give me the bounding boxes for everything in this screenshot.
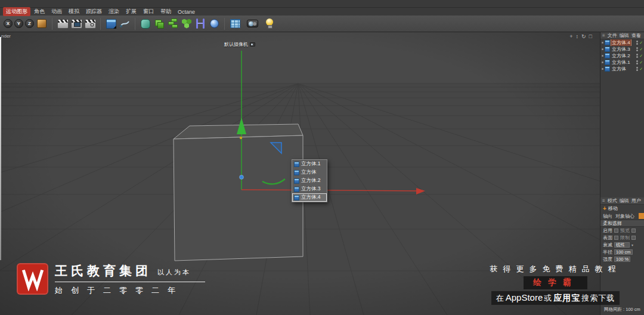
- attr-menu-edit[interactable]: 编辑: [620, 197, 629, 204]
- rotate-view-icon[interactable]: ↻: [581, 33, 586, 39]
- om-menu-edit[interactable]: 编辑: [620, 32, 629, 39]
- y-axis-lock-button[interactable]: Y: [14, 19, 23, 28]
- viewport-edge-highlight: [0, 37, 1, 260]
- promo-post: 搜索下载: [581, 293, 615, 304]
- preview-label: 预览: [620, 227, 630, 234]
- object-row-selected[interactable]: 立方体.4 ✓: [600, 39, 644, 46]
- radius-input[interactable]: 100 cm: [614, 249, 633, 255]
- subdivision-surface-button[interactable]: [140, 18, 151, 30]
- strength-input[interactable]: 100 %: [614, 257, 630, 262]
- menu-simulate[interactable]: 模拟: [66, 7, 82, 16]
- visibility-dots-icon[interactable]: [636, 41, 638, 45]
- render-clapper-icon: [57, 19, 69, 29]
- brand-tagline: 以人为本: [157, 268, 191, 279]
- toolbar-separator: [224, 18, 225, 30]
- dolly-view-icon[interactable]: ↕: [576, 33, 579, 39]
- pen-spline-button[interactable]: [119, 18, 131, 30]
- enabled-check-icon[interactable]: ✓: [639, 47, 643, 51]
- toggle-view-icon[interactable]: □: [589, 33, 592, 39]
- section-title: 柔和选择: [603, 220, 622, 227]
- enabled-check-icon[interactable]: ✓: [639, 54, 643, 58]
- x-axis-lock-button[interactable]: X: [4, 19, 13, 28]
- panel-spacer: [600, 72, 644, 197]
- object-row[interactable]: 立方体 ✓: [600, 66, 644, 72]
- surface-checkbox[interactable]: [614, 236, 618, 240]
- render-view-button[interactable]: [57, 18, 69, 30]
- popup-item[interactable]: 立方体.2: [292, 177, 327, 185]
- app-window: { "icons": { "hamburger": "≡", "check": …: [0, 0, 644, 315]
- active-tab-marker[interactable]: [639, 213, 644, 219]
- cube-object-icon: [605, 53, 610, 58]
- soft-selection-section[interactable]: 柔和选择: [600, 220, 644, 227]
- visibility-dots-icon[interactable]: [636, 67, 638, 71]
- visibility-dots-icon[interactable]: [636, 54, 638, 58]
- render-settings-button[interactable]: [84, 18, 96, 30]
- falloff-dropdown[interactable]: 线性: [614, 242, 630, 248]
- cloner-button[interactable]: [167, 18, 179, 30]
- object-row[interactable]: 立方体.2 ✓: [600, 52, 644, 59]
- light-bulb-icon: [265, 18, 274, 29]
- cube-object-icon: [294, 178, 299, 184]
- popup-item[interactable]: 立方体: [292, 168, 327, 177]
- menu-animate[interactable]: 动画: [48, 7, 65, 16]
- limit-checkbox[interactable]: [631, 236, 636, 240]
- enabled-check-icon[interactable]: ✓: [639, 60, 643, 64]
- object-row[interactable]: 立方体.1 ✓: [600, 59, 644, 66]
- popup-item-selected[interactable]: 立方体.4: [292, 193, 327, 202]
- deformer-button[interactable]: [194, 18, 206, 30]
- instance-button[interactable]: [153, 18, 165, 30]
- camera-button[interactable]: [246, 18, 258, 30]
- radius-label: 半径: [603, 249, 612, 255]
- om-menu-view[interactable]: 查看: [631, 32, 641, 39]
- menu-render[interactable]: 渲染: [106, 7, 122, 16]
- attr-menu-user[interactable]: 用户: [631, 197, 641, 204]
- object-row[interactable]: 立方体.3 ✓: [600, 46, 644, 52]
- menu-octane[interactable]: Octane: [175, 8, 198, 16]
- grid-array-icon: [230, 19, 240, 28]
- enabled-check-icon[interactable]: ✓: [639, 67, 643, 71]
- menu-extensions[interactable]: 扩展: [123, 7, 140, 16]
- enable-checkbox[interactable]: [614, 228, 618, 233]
- panel-menu-icon[interactable]: ≡: [602, 33, 605, 38]
- array-button[interactable]: [229, 18, 241, 30]
- promo-line1: 获得更多免费精品教程: [490, 264, 621, 274]
- fracture-button[interactable]: [181, 18, 193, 30]
- object-toggles[interactable]: ✓: [636, 54, 643, 58]
- move-tool-icon: +: [603, 206, 606, 212]
- tab-axis[interactable]: 轴向: [603, 213, 612, 220]
- om-menu-file[interactable]: 文件: [608, 32, 617, 39]
- menu-window[interactable]: 窗口: [140, 7, 157, 16]
- popup-item[interactable]: 立方体.3: [292, 185, 327, 193]
- hexagon-cluster-icon: [181, 18, 192, 29]
- object-name: 立方体.2: [611, 52, 631, 59]
- coordinate-system-button[interactable]: [36, 18, 48, 30]
- tab-object-axis[interactable]: 对象轴心: [615, 213, 634, 220]
- subdivision-surface-icon: [141, 19, 150, 29]
- watermark-left-text: 王氏教育集团 以人为本 始创于二零零二年: [55, 263, 205, 296]
- divider-line: [55, 282, 205, 282]
- z-axis-lock-button[interactable]: Z: [25, 19, 34, 28]
- add-cube-button[interactable]: [105, 18, 117, 30]
- popup-item-label: 立方体.1: [301, 160, 321, 168]
- enabled-check-icon[interactable]: ✓: [639, 41, 643, 45]
- object-toggles[interactable]: ✓: [636, 47, 643, 51]
- surface-label: 表面: [603, 234, 612, 241]
- object-toggles[interactable]: ✓: [636, 41, 643, 45]
- render-to-picture-viewer-button[interactable]: [70, 18, 82, 30]
- pan-view-icon[interactable]: +: [569, 33, 572, 39]
- object-toggles[interactable]: ✓: [636, 60, 643, 64]
- preview-checkbox[interactable]: [631, 228, 636, 233]
- visibility-dots-icon[interactable]: [636, 47, 638, 51]
- menu-character[interactable]: 角色: [31, 7, 48, 16]
- menu-help[interactable]: 帮助: [157, 7, 174, 16]
- object-toggles[interactable]: ✓: [636, 67, 643, 71]
- falloff-row: 衰减 线性 ▾: [600, 241, 644, 248]
- visibility-dots-icon[interactable]: [636, 60, 638, 64]
- menu-tracker[interactable]: 跟踪器: [83, 7, 105, 16]
- light-button[interactable]: [264, 18, 275, 30]
- panel-menu-icon[interactable]: ≡: [602, 198, 605, 203]
- menu-mograph[interactable]: 运动图形: [3, 7, 30, 16]
- volume-builder-button[interactable]: [208, 18, 220, 30]
- attr-menu-mode[interactable]: 模式: [608, 197, 617, 204]
- popup-item[interactable]: 立方体.1: [292, 160, 327, 168]
